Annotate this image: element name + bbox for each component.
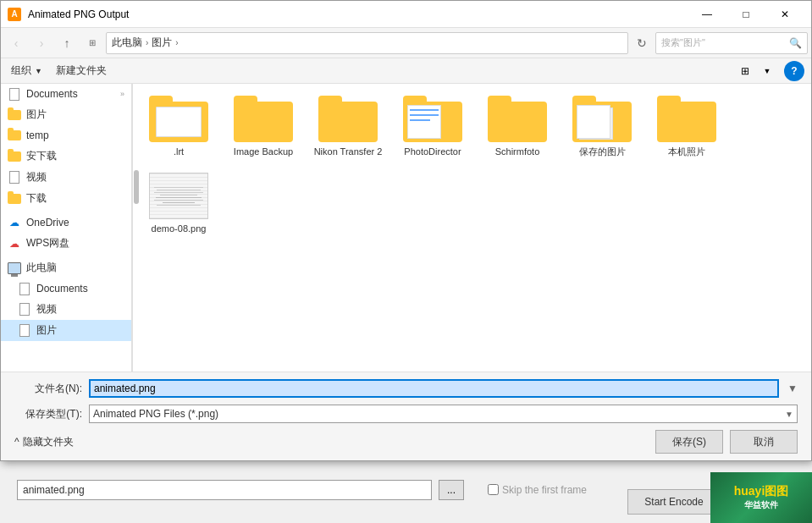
folder-label-saved-pics: 保存的图片: [579, 146, 626, 157]
sidebar-label-onedrive: OneDrive: [26, 217, 69, 228]
sidebar-item-documents-1[interactable]: Documents »: [1, 84, 131, 104]
app-icon: A: [8, 8, 21, 21]
search-placeholder: 搜索"图片": [661, 36, 789, 49]
cloud-icon: ☁: [9, 217, 19, 228]
folder-item-schirmfoto[interactable]: Schirmfoto: [479, 92, 555, 161]
view-dropdown-button[interactable]: ▼: [757, 61, 777, 81]
download1-folder-icon: [8, 150, 21, 163]
main-content: Documents » 图片 temp: [1, 84, 811, 372]
up-button[interactable]: ↑: [55, 31, 79, 55]
forward-button[interactable]: ›: [30, 31, 53, 55]
pictures-folder-icon: [8, 110, 21, 120]
video1-icon: [9, 171, 19, 184]
sidebar-item-onedrive[interactable]: ☁ OneDrive: [1, 212, 131, 233]
pictures2-icon: [19, 324, 30, 337]
folder-label-local-photos: 本机照片: [668, 146, 705, 157]
filetype-select[interactable]: Animated PNG Files (*.png) ▼: [89, 405, 798, 423]
folder-item-lrt[interactable]: .lrt: [141, 92, 217, 161]
png-thumbnail-demo08: [149, 173, 208, 219]
sidebar-arrow-1: »: [120, 90, 124, 98]
folder-docs-photodirector: [407, 105, 441, 139]
thumb-line2: [157, 190, 200, 190]
folder-item-nikon[interactable]: Nikon Transfer 2: [310, 92, 386, 161]
organize-button[interactable]: 组织 ▼: [8, 62, 46, 80]
address-bar[interactable]: 此电脑 › 图片 ›: [106, 32, 628, 54]
folder-body-saved-pics: [572, 102, 632, 142]
address-chevron-2: ›: [175, 38, 178, 47]
download1-icon: [8, 151, 21, 162]
sidebar-item-download1[interactable]: 安下载: [1, 146, 131, 167]
sidebar-item-documents-2[interactable]: Documents: [1, 278, 131, 299]
skip-first-frame-checkbox[interactable]: [488, 484, 499, 495]
start-encode-button[interactable]: Start Encode: [627, 489, 721, 515]
cancel-button[interactable]: 取消: [730, 430, 798, 454]
maximize-button[interactable]: □: [726, 1, 765, 28]
thumb-line8: [157, 205, 200, 206]
hide-folders-button[interactable]: ^ 隐藏文件夹: [14, 435, 74, 449]
skip-label: Skip the first frame: [502, 484, 587, 496]
app-filename-input[interactable]: [17, 480, 432, 500]
sidebar: Documents » 图片 temp: [1, 84, 132, 372]
folder-paper-lrt: [156, 107, 202, 137]
png-thumb-content: [150, 173, 207, 218]
sidebar-label-download2: 下载: [26, 191, 47, 206]
file-label-demo08: demo-08.png: [152, 223, 207, 234]
folder-icon-nikon: [318, 96, 378, 142]
help-button[interactable]: ?: [784, 61, 804, 81]
close-button[interactable]: ✕: [765, 1, 804, 28]
sidebar-label-video2: 视频: [36, 302, 57, 317]
sidebar-item-video1[interactable]: 视频: [1, 167, 131, 188]
sidebar-item-pictures-1[interactable]: 图片: [1, 104, 131, 125]
folder-label-schirmfoto: Schirmfoto: [495, 146, 540, 157]
address-part-1: 此电脑: [112, 36, 142, 50]
view-large-icons-button[interactable]: ⊞: [735, 61, 755, 81]
new-folder-button[interactable]: 新建文件夹: [52, 62, 110, 80]
folder-paper-saved-pics: [577, 105, 610, 139]
thumb-line7: [163, 202, 195, 203]
view-mode-button[interactable]: ⊞: [80, 31, 104, 55]
filename-dropdown-arrow[interactable]: ▼: [787, 383, 798, 394]
sidebar-item-download2[interactable]: 下载: [1, 188, 131, 209]
documents-icon: [9, 88, 19, 101]
folder-item-photodirector[interactable]: PhotoDirector: [395, 92, 471, 161]
dialog-title: Animated PNG Output: [28, 8, 688, 20]
wps-cloud-icon: ☁: [8, 237, 21, 250]
folder-item-saved-pics[interactable]: 保存的图片: [564, 92, 640, 161]
download2-folder-icon: [8, 192, 21, 206]
sidebar-item-pc[interactable]: 此电脑: [1, 257, 131, 278]
folder-item-imagebackup[interactable]: Image Backup: [225, 92, 301, 161]
folder-icon-imagebackup: [234, 96, 293, 142]
sidebar-item-pictures-2[interactable]: 图片: [1, 320, 131, 341]
sidebar-label-download1: 安下载: [26, 149, 57, 163]
watermark-line1: huayi图图: [734, 484, 789, 499]
sidebar-label-documents-2: Documents: [36, 283, 88, 295]
folder-label-photodirector: PhotoDirector: [404, 146, 461, 157]
back-button[interactable]: ‹: [4, 31, 28, 55]
docs2-file-icon: [18, 282, 31, 295]
dialog-bottom: 文件名(N): ▼ 保存类型(T): Animated PNG Files (*…: [1, 372, 811, 460]
folder-icon-saved-pics: [572, 96, 632, 142]
sidebar-scroll-thumb: [134, 170, 139, 204]
folder-label-nikon: Nikon Transfer 2: [314, 146, 383, 157]
file-item-demo08[interactable]: demo-08.png: [141, 169, 217, 238]
skip-checkbox-area: Skip the first frame: [488, 484, 587, 496]
search-box[interactable]: 搜索"图片" 🔍: [655, 32, 808, 54]
minimize-button[interactable]: —: [688, 1, 726, 28]
folder-icon-photodirector: [403, 96, 462, 142]
sidebar-label-pictures-1: 图片: [26, 107, 47, 122]
refresh-button[interactable]: ↻: [630, 31, 654, 55]
sidebar-item-video2[interactable]: 视频: [1, 299, 131, 320]
dialog-actions: ^ 隐藏文件夹 保存(S) 取消: [14, 430, 798, 454]
folder-item-local-photos[interactable]: 本机照片: [649, 92, 725, 161]
browse-dots-button[interactable]: ...: [439, 480, 464, 500]
sidebar-item-temp[interactable]: temp: [1, 125, 131, 146]
filetype-value: Animated PNG Files (*.png): [93, 408, 218, 420]
sidebar-scrollbar[interactable]: [132, 84, 133, 372]
search-icon[interactable]: 🔍: [789, 37, 802, 49]
save-dialog: A Animated PNG Output — □ ✕ ‹ › ↑ ⊞ 此电脑 …: [0, 0, 812, 461]
sidebar-item-wps[interactable]: ☁ WPS网盘: [1, 233, 131, 254]
filename-input[interactable]: [89, 379, 779, 398]
folder-label-lrt: .lrt: [174, 146, 184, 157]
save-button[interactable]: 保存(S): [655, 430, 723, 454]
sidebar-label-documents-1: Documents: [26, 88, 78, 100]
